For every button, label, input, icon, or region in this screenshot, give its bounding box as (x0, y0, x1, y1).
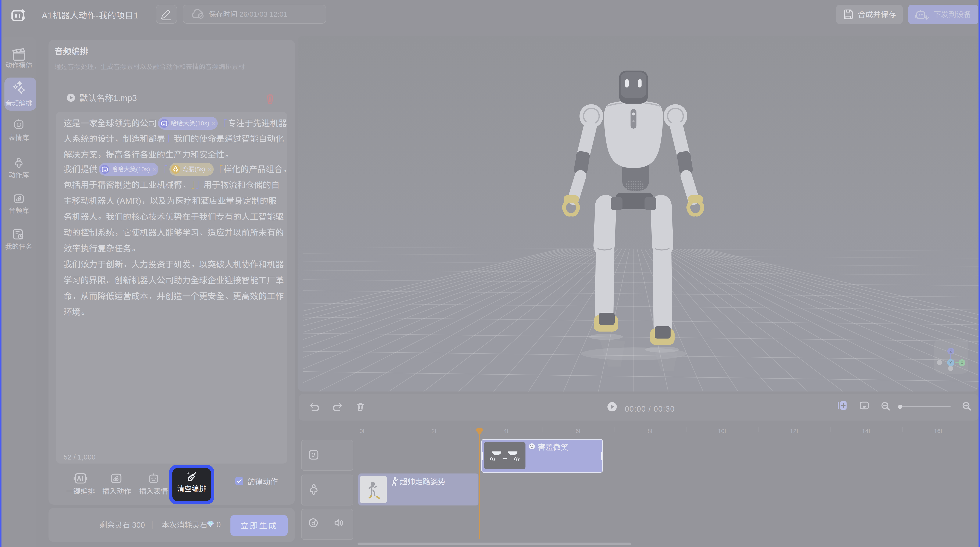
svg-text:Y: Y (949, 360, 952, 365)
svg-text:X: X (961, 360, 963, 365)
svg-text:Z: Z (950, 349, 952, 353)
